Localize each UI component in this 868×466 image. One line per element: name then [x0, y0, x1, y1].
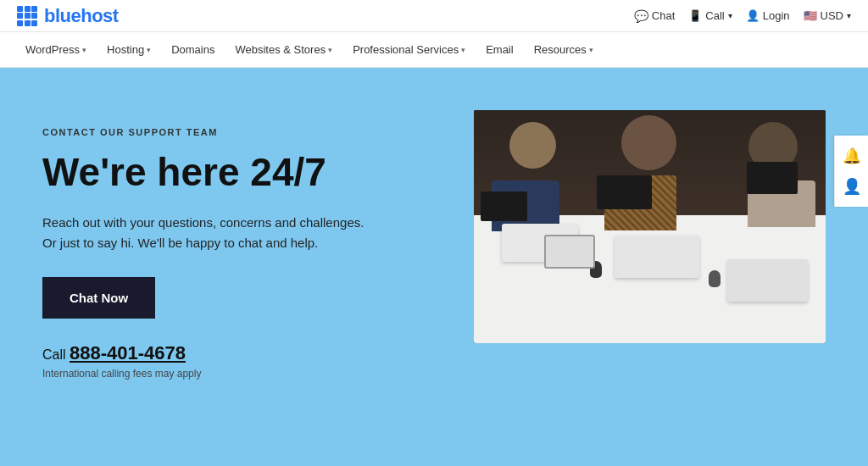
nav-chevron-resources: ▾ — [589, 46, 593, 54]
nav-chevron-websites-stores: ▾ — [328, 46, 332, 54]
notification-icon: 🔔 — [843, 147, 861, 165]
sidebar-icon-panel: 🔔 👤 — [834, 136, 868, 207]
nav-chevron-professional-services: ▾ — [461, 46, 465, 54]
logo-grid-icon — [17, 6, 37, 26]
call-section: Call 888-401-4678 International calling … — [42, 342, 440, 380]
hero-image — [474, 110, 826, 343]
phone-icon: 📱 — [688, 9, 702, 22]
call-prefix: Call — [42, 347, 66, 362]
nav-item-resources[interactable]: Resources ▾ — [526, 32, 602, 68]
call-nav-label: Call — [705, 9, 724, 22]
hero-description: Reach out with your questions, concerns … — [42, 213, 440, 253]
currency-selector[interactable]: 🇺🇸 USD ▾ — [804, 9, 851, 22]
topbar: bluehost 💬 Chat 📱 Call ▾ 👤 Login 🇺🇸 USD … — [0, 0, 868, 32]
hero-subtitle: CONTACT OUR SUPPORT TEAM — [42, 127, 440, 137]
sidebar-user-button[interactable]: 👤 — [838, 173, 865, 200]
hero-section: CONTACT OUR SUPPORT TEAM We're here 24/7… — [0, 68, 868, 466]
nav-label-domains: Domains — [171, 43, 214, 56]
brand-name: bluehost — [44, 5, 119, 27]
chat-now-button[interactable]: Chat Now — [42, 277, 155, 319]
call-chevron-icon: ▾ — [728, 11, 732, 20]
call-label: Call 888-401-4678 — [42, 342, 440, 364]
nav-item-email[interactable]: Email — [477, 32, 522, 68]
hero-title: We're here 24/7 — [42, 151, 440, 194]
nav-label-professional-services: Professional Services — [353, 43, 459, 56]
topbar-actions: 💬 Chat 📱 Call ▾ 👤 Login 🇺🇸 USD ▾ — [634, 9, 851, 23]
nav-label-resources: Resources — [534, 43, 587, 56]
nav-label-websites-stores: Websites & Stores — [235, 43, 326, 56]
nav-item-wordpress[interactable]: WordPress ▾ — [17, 32, 95, 68]
nav-chevron-hosting: ▾ — [147, 46, 151, 54]
nav-item-hosting[interactable]: Hosting ▾ — [98, 32, 159, 68]
nav-label-email: Email — [486, 43, 514, 56]
nav-item-professional-services[interactable]: Professional Services ▾ — [344, 32, 474, 68]
user-icon: 👤 — [746, 9, 760, 22]
sidebar-notification-button[interactable]: 🔔 — [838, 142, 865, 169]
login-nav-label: Login — [763, 9, 790, 22]
call-note: International calling fees may apply — [42, 368, 440, 380]
flag-icon: 🇺🇸 — [804, 9, 817, 22]
currency-chevron-icon: ▾ — [847, 11, 851, 20]
chat-nav-button[interactable]: 💬 Chat — [634, 9, 675, 23]
nav-label-wordpress: WordPress — [25, 43, 80, 56]
nav-item-domains[interactable]: Domains — [163, 32, 223, 68]
chat-bubble-icon: 💬 — [634, 9, 648, 23]
nav-chevron-wordpress: ▾ — [82, 46, 86, 54]
hero-content: CONTACT OUR SUPPORT TEAM We're here 24/7… — [42, 119, 440, 380]
chat-nav-label: Chat — [652, 9, 675, 22]
call-number-link[interactable]: 888-401-4678 — [70, 342, 186, 363]
logo[interactable]: bluehost — [17, 5, 119, 27]
login-nav-button[interactable]: 👤 Login — [746, 9, 790, 22]
sidebar-user-icon: 👤 — [843, 177, 861, 196]
currency-label: USD — [821, 9, 843, 22]
call-nav-button[interactable]: 📱 Call ▾ — [688, 9, 732, 22]
nav-label-hosting: Hosting — [107, 43, 144, 56]
navbar: WordPress ▾ Hosting ▾ Domains Websites &… — [0, 32, 868, 68]
nav-item-websites-stores[interactable]: Websites & Stores ▾ — [226, 32, 341, 68]
